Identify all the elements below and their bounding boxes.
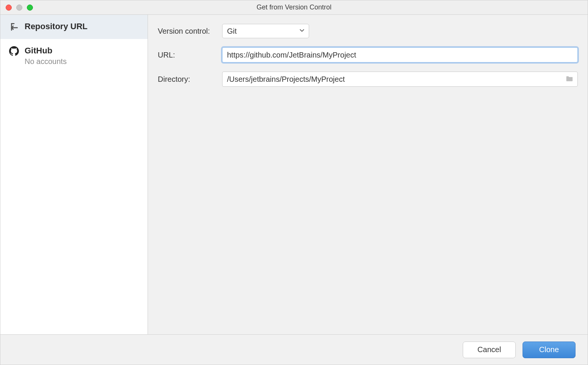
url-input-wrap — [222, 47, 578, 62]
dialog-body: Repository URL GitHub No accounts Versio… — [0, 15, 588, 334]
window-title: Get from Version Control — [0, 3, 588, 11]
browse-directory-button[interactable] — [564, 74, 575, 84]
github-icon — [9, 46, 19, 56]
cancel-button[interactable]: Cancel — [463, 342, 516, 358]
sidebar-item-github[interactable]: GitHub No accounts — [0, 39, 148, 73]
window-controls — [0, 5, 33, 11]
main-panel: Version control: URL: Directory: — [148, 15, 588, 334]
url-row: URL: — [158, 47, 578, 62]
dialog-footer: Cancel Clone — [0, 334, 588, 365]
sidebar-item-label: Repository URL — [25, 22, 87, 31]
version-control-row: Version control: — [158, 24, 578, 38]
version-control-label: Version control: — [158, 27, 222, 36]
clone-button[interactable]: Clone — [523, 342, 576, 358]
maximize-window-button[interactable] — [27, 5, 33, 11]
directory-input[interactable] — [222, 72, 578, 87]
folder-icon — [565, 75, 574, 84]
url-input[interactable] — [222, 47, 578, 62]
sidebar-item-sublabel: No accounts — [25, 57, 67, 66]
directory-row: Directory: — [158, 72, 578, 87]
titlebar: Get from Version Control — [0, 0, 588, 15]
directory-input-wrap — [222, 72, 578, 87]
sidebar-item-repository-url[interactable]: Repository URL — [0, 15, 148, 39]
version-control-select-wrap — [222, 24, 309, 38]
close-window-button[interactable] — [6, 5, 12, 11]
dialog-window: Get from Version Control Repository URL — [0, 0, 588, 365]
sidebar: Repository URL GitHub No accounts — [0, 15, 148, 334]
repository-url-icon — [9, 22, 19, 32]
sidebar-item-label: GitHub — [25, 46, 67, 56]
url-label: URL: — [158, 51, 222, 59]
minimize-window-button[interactable] — [16, 5, 22, 11]
directory-label: Directory: — [158, 75, 222, 84]
version-control-select[interactable] — [222, 24, 309, 38]
